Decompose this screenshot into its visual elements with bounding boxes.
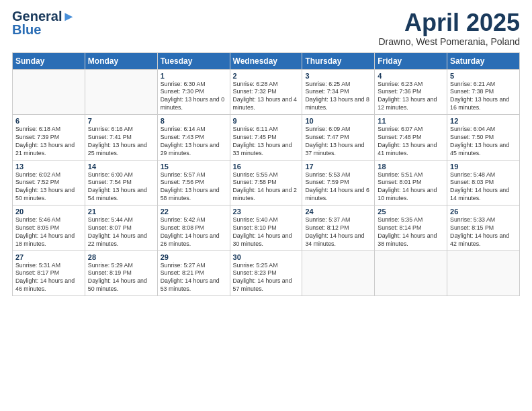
calendar-cell (13, 69, 85, 115)
col-friday: Friday (375, 52, 447, 69)
day-number: 19 (450, 163, 517, 171)
day-number: 23 (233, 208, 300, 216)
day-info: Sunrise: 5:53 AM Sunset: 7:59 PM Dayligh… (305, 171, 371, 203)
calendar-cell: 28Sunrise: 5:29 AM Sunset: 8:19 PM Dayli… (85, 250, 157, 296)
title-block: April 2025 Drawno, West Pomerania, Polan… (378, 9, 520, 47)
calendar-title: April 2025 (378, 9, 520, 36)
day-number: 28 (88, 253, 154, 261)
calendar-cell: 29Sunrise: 5:27 AM Sunset: 8:21 PM Dayli… (157, 250, 230, 296)
calendar-week-row: 27Sunrise: 5:31 AM Sunset: 8:17 PM Dayli… (13, 250, 520, 296)
day-number: 9 (233, 117, 300, 125)
day-info: Sunrise: 5:46 AM Sunset: 8:05 PM Dayligh… (15, 216, 82, 248)
calendar-cell: 22Sunrise: 5:42 AM Sunset: 8:08 PM Dayli… (157, 205, 230, 251)
day-number: 14 (88, 163, 154, 171)
day-info: Sunrise: 5:48 AM Sunset: 8:03 PM Dayligh… (450, 171, 517, 203)
calendar-cell (447, 250, 520, 296)
calendar-cell: 1Sunrise: 6:30 AM Sunset: 7:30 PM Daylig… (157, 69, 230, 115)
calendar-table: Sunday Monday Tuesday Wednesday Thursday… (12, 52, 520, 297)
calendar-cell: 30Sunrise: 5:25 AM Sunset: 8:23 PM Dayli… (230, 250, 302, 296)
day-number: 2 (233, 72, 300, 80)
day-number: 17 (305, 163, 371, 171)
day-info: Sunrise: 6:02 AM Sunset: 7:52 PM Dayligh… (15, 171, 82, 203)
logo-blue-text: Blue (12, 23, 41, 36)
calendar-cell: 20Sunrise: 5:46 AM Sunset: 8:05 PM Dayli… (13, 205, 85, 251)
day-number: 6 (15, 117, 82, 125)
col-wednesday: Wednesday (230, 52, 302, 69)
calendar-subtitle: Drawno, West Pomerania, Poland (378, 36, 520, 47)
day-number: 16 (233, 163, 300, 171)
day-info: Sunrise: 5:37 AM Sunset: 8:12 PM Dayligh… (305, 216, 371, 248)
logo-text: General► (12, 9, 75, 23)
day-number: 22 (161, 208, 227, 216)
day-number: 15 (161, 163, 227, 171)
calendar-cell: 23Sunrise: 5:40 AM Sunset: 8:10 PM Dayli… (230, 205, 302, 251)
calendar-header-row: Sunday Monday Tuesday Wednesday Thursday… (13, 52, 520, 69)
calendar-cell (302, 250, 375, 296)
logo: General► Blue (12, 9, 75, 36)
day-number: 30 (233, 253, 300, 261)
header: General► Blue April 2025 Drawno, West Po… (12, 9, 520, 47)
day-number: 11 (378, 117, 444, 125)
calendar-cell: 8Sunrise: 6:14 AM Sunset: 7:43 PM Daylig… (157, 115, 230, 161)
col-thursday: Thursday (302, 52, 375, 69)
calendar-cell: 6Sunrise: 6:18 AM Sunset: 7:39 PM Daylig… (13, 115, 85, 161)
day-info: Sunrise: 6:11 AM Sunset: 7:45 PM Dayligh… (233, 126, 300, 158)
calendar-cell: 4Sunrise: 6:23 AM Sunset: 7:36 PM Daylig… (375, 69, 447, 115)
day-info: Sunrise: 6:21 AM Sunset: 7:38 PM Dayligh… (450, 81, 517, 113)
day-info: Sunrise: 5:35 AM Sunset: 8:14 PM Dayligh… (378, 216, 444, 248)
day-number: 5 (450, 72, 517, 80)
day-number: 3 (305, 72, 371, 80)
calendar-cell: 15Sunrise: 5:57 AM Sunset: 7:56 PM Dayli… (157, 160, 230, 205)
day-info: Sunrise: 6:00 AM Sunset: 7:54 PM Dayligh… (88, 171, 154, 203)
calendar-cell: 18Sunrise: 5:51 AM Sunset: 8:01 PM Dayli… (375, 160, 447, 205)
day-info: Sunrise: 6:30 AM Sunset: 7:30 PM Dayligh… (161, 81, 227, 113)
day-info: Sunrise: 6:07 AM Sunset: 7:48 PM Dayligh… (378, 126, 444, 158)
calendar-cell: 3Sunrise: 6:25 AM Sunset: 7:34 PM Daylig… (302, 69, 375, 115)
day-info: Sunrise: 5:25 AM Sunset: 8:23 PM Dayligh… (233, 262, 300, 294)
col-saturday: Saturday (447, 52, 520, 69)
day-info: Sunrise: 5:40 AM Sunset: 8:10 PM Dayligh… (233, 216, 300, 248)
day-info: Sunrise: 6:25 AM Sunset: 7:34 PM Dayligh… (305, 81, 371, 113)
day-info: Sunrise: 5:29 AM Sunset: 8:19 PM Dayligh… (88, 262, 154, 294)
day-info: Sunrise: 5:42 AM Sunset: 8:08 PM Dayligh… (161, 216, 227, 248)
col-monday: Monday (85, 52, 157, 69)
day-number: 21 (88, 208, 154, 216)
calendar-cell: 10Sunrise: 6:09 AM Sunset: 7:47 PM Dayli… (302, 115, 375, 161)
day-info: Sunrise: 6:28 AM Sunset: 7:32 PM Dayligh… (233, 81, 300, 113)
day-info: Sunrise: 6:16 AM Sunset: 7:41 PM Dayligh… (88, 126, 154, 158)
calendar-cell: 14Sunrise: 6:00 AM Sunset: 7:54 PM Dayli… (85, 160, 157, 205)
day-number: 7 (88, 117, 154, 125)
calendar-week-row: 13Sunrise: 6:02 AM Sunset: 7:52 PM Dayli… (13, 160, 520, 205)
calendar-cell: 25Sunrise: 5:35 AM Sunset: 8:14 PM Dayli… (375, 205, 447, 251)
day-info: Sunrise: 5:57 AM Sunset: 7:56 PM Dayligh… (161, 171, 227, 203)
calendar-cell: 21Sunrise: 5:44 AM Sunset: 8:07 PM Dayli… (85, 205, 157, 251)
day-number: 29 (161, 253, 227, 261)
day-info: Sunrise: 5:55 AM Sunset: 7:58 PM Dayligh… (233, 171, 300, 203)
day-number: 24 (305, 208, 371, 216)
col-sunday: Sunday (13, 52, 85, 69)
calendar-cell: 7Sunrise: 6:16 AM Sunset: 7:41 PM Daylig… (85, 115, 157, 161)
page: General► Blue April 2025 Drawno, West Po… (0, 0, 532, 411)
calendar-week-row: 1Sunrise: 6:30 AM Sunset: 7:30 PM Daylig… (13, 69, 520, 115)
day-info: Sunrise: 6:23 AM Sunset: 7:36 PM Dayligh… (378, 81, 444, 113)
calendar-week-row: 20Sunrise: 5:46 AM Sunset: 8:05 PM Dayli… (13, 205, 520, 251)
day-info: Sunrise: 6:04 AM Sunset: 7:50 PM Dayligh… (450, 126, 517, 158)
calendar-cell: 27Sunrise: 5:31 AM Sunset: 8:17 PM Dayli… (13, 250, 85, 296)
day-info: Sunrise: 5:51 AM Sunset: 8:01 PM Dayligh… (378, 171, 444, 203)
day-number: 26 (450, 208, 517, 216)
day-number: 1 (161, 72, 227, 80)
day-number: 4 (378, 72, 444, 80)
col-tuesday: Tuesday (157, 52, 230, 69)
calendar-cell: 13Sunrise: 6:02 AM Sunset: 7:52 PM Dayli… (13, 160, 85, 205)
calendar-cell: 26Sunrise: 5:33 AM Sunset: 8:15 PM Dayli… (447, 205, 520, 251)
calendar-cell: 5Sunrise: 6:21 AM Sunset: 7:38 PM Daylig… (447, 69, 520, 115)
calendar-cell: 11Sunrise: 6:07 AM Sunset: 7:48 PM Dayli… (375, 115, 447, 161)
calendar-week-row: 6Sunrise: 6:18 AM Sunset: 7:39 PM Daylig… (13, 115, 520, 161)
day-number: 25 (378, 208, 444, 216)
day-info: Sunrise: 6:14 AM Sunset: 7:43 PM Dayligh… (161, 126, 227, 158)
day-number: 8 (161, 117, 227, 125)
calendar-cell: 19Sunrise: 5:48 AM Sunset: 8:03 PM Dayli… (447, 160, 520, 205)
day-info: Sunrise: 5:33 AM Sunset: 8:15 PM Dayligh… (450, 216, 517, 248)
calendar-cell (85, 69, 157, 115)
day-info: Sunrise: 5:27 AM Sunset: 8:21 PM Dayligh… (161, 262, 227, 294)
